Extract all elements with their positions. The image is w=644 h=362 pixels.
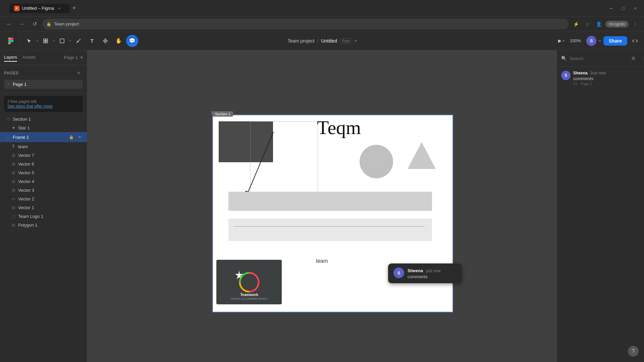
layer-team[interactable]: T team — [0, 142, 87, 151]
free-notice-text: 2 free pages left. — [7, 99, 37, 104]
vector-icon-2: — — [11, 196, 16, 201]
window-close-button[interactable]: × — [631, 4, 640, 13]
layer-vector-5[interactable]: ◎ Vector 5 — [0, 168, 87, 177]
component-tool-button[interactable] — [99, 35, 111, 47]
comment-thread-meta: Sheena Just now — [573, 71, 640, 75]
right-panel: 🔍 ⚙ ↕ S Sheena Just now comments — [557, 50, 644, 362]
layer-star-1[interactable]: ★ Star 1 — [0, 123, 87, 132]
profile-button[interactable]: 👤 — [594, 19, 603, 29]
forward-button[interactable]: → — [17, 19, 27, 29]
layer-vector-1[interactable]: ◎ Vector 1 — [0, 203, 87, 212]
pages-header: Pages + — [4, 69, 83, 77]
see-plans-link[interactable]: See plans that offer more — [7, 104, 53, 109]
panel-content: Pages + ✓ Page 1 2 free pages left. See … — [0, 65, 87, 362]
comment-bubble-content: Sheena just now comments — [408, 267, 457, 279]
layer-section-1[interactable]: □ Section 1 — [0, 115, 87, 123]
address-bar[interactable]: 🔒 — [42, 19, 569, 29]
lock-icon-btn[interactable]: 🔒 — [68, 134, 75, 140]
new-tab-button[interactable]: + — [70, 3, 79, 13]
pen-tool-button[interactable] — [72, 35, 85, 47]
move-tool-button[interactable] — [23, 35, 35, 47]
arrow-line — [243, 125, 304, 192]
extensions-button[interactable]: ⚡ — [571, 19, 581, 29]
layer-vector-3[interactable]: ◎ Vector 3 — [0, 186, 87, 194]
pages-section: Pages + ✓ Page 1 — [0, 65, 87, 93]
breadcrumb-file: Untitled — [321, 38, 337, 44]
comment-thread-time: Just now — [590, 71, 606, 75]
code-button[interactable] — [630, 36, 640, 46]
vector-6-label: Vector 6 — [18, 162, 83, 167]
svg-marker-8 — [235, 270, 243, 279]
team-text-content: Teqm — [317, 117, 361, 138]
vector-icon-7: ◎ — [11, 153, 16, 158]
file-dropdown-arrow[interactable]: ▾ — [355, 39, 357, 43]
help-button[interactable]: ? — [628, 346, 639, 357]
figma-toolbar: ▾ ▾ ▾ T ✋ 💬 — [0, 32, 644, 50]
layer-team-logo-1[interactable]: ⬚ Team Logo 1 — [0, 212, 87, 221]
layer-frame-1[interactable]: ⬚ Frame 1 🔒 👁 — [0, 132, 87, 142]
comment-bubble: S Sheena just now comments — [388, 263, 462, 283]
layer-vector-7[interactable]: ◎ Vector 7 — [0, 151, 87, 160]
filter-icon-btn[interactable]: ⚙ — [629, 54, 638, 63]
page-1-item[interactable]: ✓ Page 1 — [4, 80, 83, 89]
comment-thread-item[interactable]: S Sheena Just now comments #1 · Page 1 — [561, 71, 640, 86]
window-maximize-button[interactable]: □ — [619, 4, 628, 13]
zoom-level[interactable]: 100% — [567, 37, 584, 45]
svg-rect-0 — [44, 39, 45, 41]
svg-rect-4 — [60, 39, 64, 43]
figma-menu-button[interactable] — [4, 35, 17, 47]
play-button[interactable]: ▶ ▾ — [558, 38, 565, 43]
user-avatar[interactable]: S — [586, 36, 596, 46]
frame-tool-button[interactable] — [40, 35, 52, 47]
address-input[interactable] — [54, 21, 565, 26]
bookmark-button[interactable]: ☆ — [583, 19, 592, 29]
text-tool-button[interactable]: T — [86, 35, 98, 47]
comment-thread-author: Sheena — [573, 71, 588, 75]
eye-icon-btn[interactable]: 👁 — [76, 134, 83, 140]
search-icon: 🔍 — [561, 56, 567, 61]
hand-tool-button[interactable]: ✋ — [113, 35, 125, 47]
comments-search-input[interactable] — [570, 56, 626, 61]
window-minimize-button[interactable]: ─ — [606, 4, 616, 13]
team-label-text: team — [316, 258, 328, 264]
vector-icon-6: ◎ — [11, 161, 16, 167]
triangle-shape — [408, 142, 436, 169]
toolbar-right: ▶ ▾ 100% S ▾ Share — [558, 36, 640, 46]
add-page-button[interactable]: + — [75, 69, 83, 77]
tab-layers[interactable]: Layers — [4, 53, 17, 62]
section-icon: □ — [5, 116, 11, 122]
avatar-dropdown[interactable]: ▾ — [599, 39, 601, 43]
team-label-content: team — [316, 258, 328, 264]
layer-vector-6[interactable]: ◎ Vector 6 — [0, 160, 87, 168]
team-logo-1-label: Team Logo 1 — [18, 214, 83, 219]
circle-shape — [360, 145, 393, 178]
incognito-badge: Incognito — [605, 21, 629, 27]
comment-tool-button[interactable]: 💬 — [126, 35, 138, 47]
active-tab[interactable]: F Untitled – Figma × — [9, 4, 70, 13]
gray-bar-line — [233, 226, 425, 227]
menu-button[interactable]: ⋮ — [631, 19, 640, 29]
sort-icon-btn[interactable]: ↕ — [639, 54, 644, 63]
tab-assets[interactable]: Assets — [22, 53, 36, 62]
play-dropdown[interactable]: ▾ — [563, 39, 565, 43]
layer-polygon-1[interactable]: ◎ Polygon 1 — [0, 221, 87, 229]
layer-vector-4[interactable]: ◎ Vector 4 — [0, 177, 87, 186]
canvas-area[interactable]: Frac... Section 1 — [87, 50, 557, 362]
layer-vector-2[interactable]: — Vector 2 — [0, 194, 87, 203]
back-button[interactable]: ← — [4, 19, 14, 29]
share-button[interactable]: Share — [603, 36, 627, 46]
section-1-label: Section 1 — [13, 117, 83, 122]
page-dropdown-arrow[interactable]: ▾ — [80, 55, 83, 60]
shape-tool-button[interactable] — [56, 35, 68, 47]
reload-button[interactable]: ↺ — [30, 19, 40, 29]
breadcrumb: Team project / Untitled Free ▾ — [287, 38, 356, 44]
breadcrumb-project[interactable]: Team project — [287, 38, 314, 44]
tab-close-button[interactable]: × — [57, 6, 62, 11]
comment-bubble-avatar: S — [393, 267, 404, 278]
comment-thread-page: #1 · Page 1 — [573, 82, 640, 86]
svg-rect-1 — [46, 39, 48, 41]
comment-bubble-time: just now — [426, 268, 441, 273]
free-notice: 2 free pages left. See plans that offer … — [4, 96, 83, 112]
gray-bar-2 — [228, 219, 432, 241]
layers-list: □ Section 1 ★ Star 1 ⬚ Frame 1 🔒 — [0, 115, 87, 229]
